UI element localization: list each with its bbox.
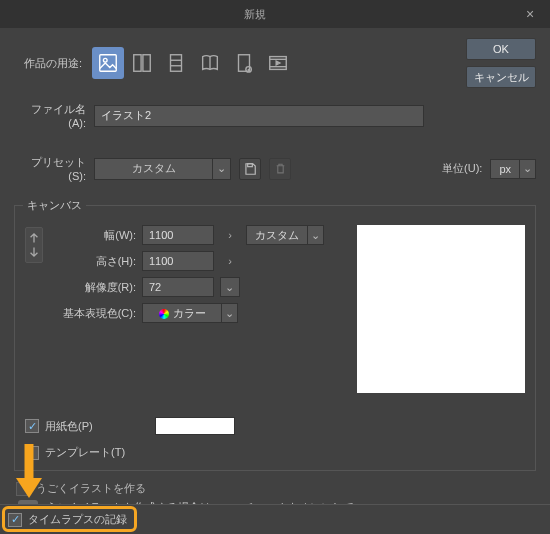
orientation-toggle-button[interactable]: [25, 227, 43, 263]
chevron-down-icon: ⌄: [221, 278, 237, 296]
usage-comic-icon[interactable]: [126, 47, 158, 79]
chevron-down-icon: ⌄: [519, 160, 535, 178]
paper-color-swatch[interactable]: [155, 417, 235, 435]
aspect-value: カスタム: [247, 228, 307, 243]
basecolor-value: カラー: [173, 307, 206, 319]
preset-delete-button[interactable]: [269, 158, 291, 180]
svg-rect-4: [171, 55, 182, 72]
width-label: 幅(W):: [61, 228, 136, 243]
filename-label: ファイル名(A):: [14, 102, 86, 129]
dialog-title: 新規: [0, 7, 510, 22]
width-stepper-button[interactable]: ›: [220, 225, 240, 245]
chevron-down-icon: ⌄: [221, 304, 237, 322]
dialog-footer: タイムラプスの記録: [0, 504, 550, 534]
svg-rect-8: [239, 55, 250, 72]
animation-label: うごくイラストを作る: [36, 481, 146, 496]
cancel-button[interactable]: キャンセル: [466, 66, 536, 88]
close-icon: ×: [526, 6, 534, 22]
canvas-section: キャンバス 幅(W): › カスタム ⌄ 高さ(H):: [14, 198, 536, 471]
resolution-input[interactable]: [142, 277, 214, 297]
width-input[interactable]: [142, 225, 214, 245]
chevron-down-icon: ⌄: [212, 159, 230, 179]
template-label: テンプレート(T): [45, 445, 125, 460]
timelapse-checkbox[interactable]: [8, 513, 22, 527]
filename-input[interactable]: [94, 105, 424, 127]
canvas-section-title: キャンバス: [23, 198, 86, 213]
timelapse-label: タイムラプスの記録: [28, 512, 127, 527]
unit-label: 単位(U):: [442, 161, 482, 176]
usage-label: 作品の用途:: [14, 56, 82, 71]
template-checkbox[interactable]: [25, 446, 39, 460]
canvas-preview: [357, 225, 525, 393]
usage-webtoon-icon[interactable]: [160, 47, 192, 79]
close-button[interactable]: ×: [510, 0, 550, 28]
usage-print-icon[interactable]: [228, 47, 260, 79]
aspect-select[interactable]: カスタム ⌄: [246, 225, 324, 245]
svg-rect-3: [143, 55, 150, 72]
svg-rect-0: [100, 55, 117, 72]
usage-type-icons: [92, 47, 294, 79]
paper-checkbox[interactable]: [25, 419, 39, 433]
dialog-titlebar: 新規 ×: [0, 0, 550, 28]
color-wheel-icon: [159, 309, 169, 319]
height-stepper-button[interactable]: ›: [220, 251, 240, 271]
preset-selected-text: カスタム: [95, 161, 212, 176]
svg-rect-2: [134, 55, 141, 72]
usage-illustration-icon[interactable]: [92, 47, 124, 79]
resolution-label: 解像度(R):: [61, 280, 136, 295]
height-input[interactable]: [142, 251, 214, 271]
preset-select[interactable]: カスタム ⌄: [94, 158, 231, 180]
chevron-down-icon: ⌄: [307, 226, 323, 244]
basecolor-label: 基本表現色(C):: [61, 306, 136, 321]
paper-label: 用紙色(P): [45, 419, 93, 434]
unit-select[interactable]: px ⌄: [490, 159, 536, 179]
ok-button[interactable]: OK: [466, 38, 536, 60]
unit-value: px: [491, 163, 519, 175]
svg-point-1: [103, 58, 107, 62]
resolution-dropdown[interactable]: ⌄: [220, 277, 240, 297]
usage-book-icon[interactable]: [194, 47, 226, 79]
basecolor-select[interactable]: カラー ⌄: [142, 303, 238, 323]
animation-checkbox[interactable]: [16, 482, 30, 496]
height-label: 高さ(H):: [61, 254, 136, 269]
preset-label: プリセット(S):: [14, 155, 86, 182]
svg-marker-13: [276, 61, 280, 65]
svg-rect-14: [248, 163, 253, 166]
preset-save-button[interactable]: [239, 158, 261, 180]
usage-animation-icon[interactable]: [262, 47, 294, 79]
